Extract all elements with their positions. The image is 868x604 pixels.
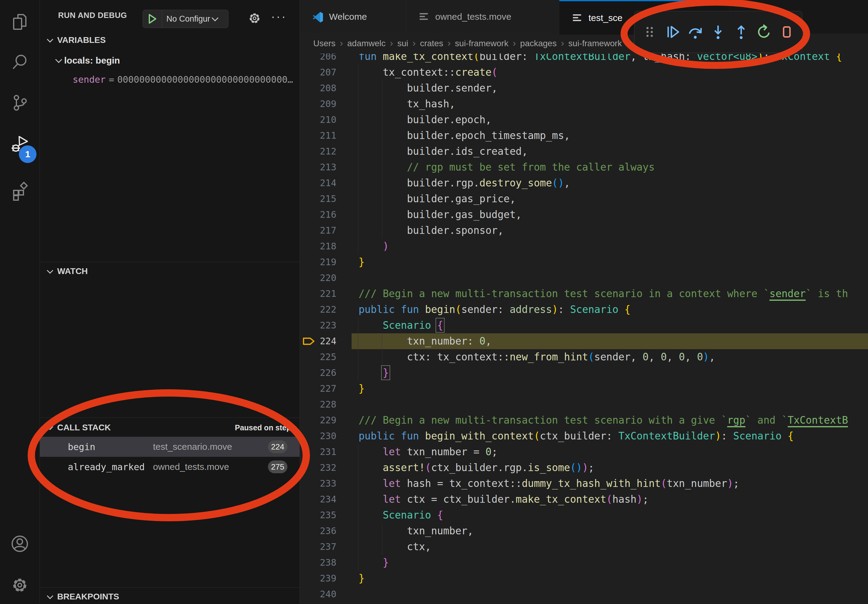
extensions-icon[interactable] — [10, 181, 29, 201]
frame-file: owned_tests.move — [153, 462, 229, 472]
code-line: 233 let hash = tx_context::dummy_tx_hash… — [300, 475, 868, 491]
code-line: 214 builder.rgp.destroy_some(), — [300, 175, 868, 191]
watch-section-header[interactable]: WATCH — [45, 266, 88, 276]
section-separator — [40, 587, 299, 588]
chevron-down-icon — [47, 36, 53, 42]
step-into-icon[interactable] — [709, 23, 727, 41]
tab-welcome[interactable]: Welcome — [300, 0, 406, 34]
code-line: 213 // rgp must be set from the caller a… — [300, 160, 868, 175]
launch-settings-gear-icon[interactable] — [247, 11, 262, 26]
more-actions-icon[interactable]: ··· — [271, 12, 289, 24]
code-text: } — [358, 365, 389, 381]
line-number: 235 — [300, 507, 336, 523]
breadcrumb-separator: › — [386, 37, 397, 50]
chevron-down-icon — [47, 423, 53, 430]
indent-guide — [358, 317, 358, 333]
breadcrumb-item[interactable]: packages — [520, 39, 556, 48]
debug-config-label: No Configur — [162, 14, 210, 24]
code-text: /// Begin a new multi-transaction test s… — [358, 412, 848, 428]
code-line: 207 tx_context::create( — [300, 65, 868, 80]
code-line: 229/// Begin a new multi-transaction tes… — [300, 412, 868, 428]
breadcrumb-item[interactable]: crates — [420, 39, 443, 48]
code-area[interactable]: 206fun make_tx_context(builder: TxContex… — [300, 0, 868, 604]
variables-scope[interactable]: locals: begin — [54, 55, 120, 66]
source-control-icon[interactable] — [10, 93, 29, 113]
code-text: Scenario { — [358, 317, 443, 333]
breakpoints-label: BREAKPOINTS — [57, 592, 119, 602]
indent-guide — [358, 144, 358, 160]
line-number: 209 — [300, 96, 336, 112]
code-line: 211 builder.epoch_timestamp_ms, — [300, 128, 868, 144]
code-text: builder.gas_price, — [358, 191, 516, 207]
code-line: 231 let txn_number = 0; — [300, 444, 868, 460]
frame-line-badge: 224 — [268, 440, 287, 453]
indent-guide — [358, 333, 358, 349]
code-text: builder.gas_budget, — [358, 207, 522, 223]
variable-row[interactable]: sender=0000000000000000000000000000000… — [73, 74, 293, 85]
call-stack-frame[interactable]: already_markedowned_tests.move275 — [40, 457, 299, 477]
code-line: 219} — [300, 254, 868, 270]
line-number: 221 — [300, 286, 336, 302]
chevron-down-icon — [212, 15, 219, 22]
indent-guide — [358, 160, 358, 175]
account-icon[interactable] — [10, 534, 29, 553]
code-line: 217 builder.sponsor, — [300, 223, 868, 239]
line-number: 214 — [300, 175, 336, 191]
code-line: 228 — [300, 396, 868, 412]
call-stack-section-header[interactable]: CALL STACK — [45, 423, 111, 432]
code-line: 237 ctx, — [300, 539, 868, 555]
explorer-icon[interactable] — [10, 12, 29, 32]
continue-icon[interactable] — [663, 23, 682, 41]
stop-icon[interactable] — [778, 23, 796, 41]
tab-owned-tests[interactable]: owned_tests.move — [406, 0, 559, 34]
variable-equals: = — [105, 74, 117, 85]
code-line: 215 builder.gas_price, — [300, 191, 868, 207]
tab-label: test_sce — [589, 13, 623, 23]
code-text: /// Begin a new multi-transaction test s… — [358, 286, 848, 302]
variables-section-header[interactable]: VARIABLES — [45, 35, 106, 45]
code-line: 221/// Begin a new multi-transaction tes… — [300, 286, 868, 302]
debug-badge: 1 — [19, 146, 37, 163]
call-stack-frame[interactable]: begintest_scenario.move224 — [40, 437, 299, 457]
code-text: } — [358, 254, 365, 270]
breadcrumb-separator: › — [408, 37, 420, 50]
line-number: 240 — [300, 586, 336, 602]
line-number: 207 — [300, 65, 336, 80]
search-icon[interactable] — [10, 52, 29, 72]
breadcrumb-separator: › — [335, 37, 347, 50]
variables-scope-label: locals: begin — [64, 55, 120, 66]
code-text: ctx: tx_context::new_from_hint(sender, 0… — [358, 349, 715, 365]
watch-label: WATCH — [57, 266, 88, 276]
line-number: 211 — [300, 128, 336, 144]
restart-icon[interactable] — [755, 23, 773, 41]
code-line: 235 Scenario { — [300, 507, 868, 523]
line-number: 212 — [300, 144, 336, 160]
line-number: 233 — [300, 475, 336, 491]
code-line: 209 tx_hash, — [300, 96, 868, 112]
breadcrumb-item[interactable]: sui — [397, 39, 408, 48]
line-number: 237 — [300, 539, 336, 555]
line-number: 220 — [300, 270, 336, 286]
indent-guide — [358, 96, 358, 112]
editor-group: 206fun make_tx_context(builder: TxContex… — [300, 0, 868, 604]
toolbar-drag-handle-icon[interactable] — [640, 23, 659, 41]
breakpoints-section-header[interactable]: BREAKPOINTS — [45, 592, 119, 602]
tab-label: owned_tests.move — [435, 12, 511, 22]
start-debug-icon[interactable] — [143, 10, 162, 28]
run-debug-sidebar: RUN AND DEBUG No Configur ··· VARIABLES … — [40, 0, 300, 604]
breadcrumb-item[interactable]: Users — [313, 39, 335, 48]
settings-gear-icon[interactable] — [10, 575, 29, 595]
code-text: ctx, — [358, 539, 431, 555]
indent-guide — [358, 239, 358, 254]
breadcrumb-item[interactable]: adamwelc — [347, 39, 386, 48]
breadcrumb-item[interactable]: sui-framework — [455, 39, 508, 48]
debug-config-dropdown[interactable]: No Configur — [143, 10, 228, 28]
line-number: 210 — [300, 112, 336, 128]
step-over-icon[interactable] — [686, 23, 704, 41]
indent-guide — [358, 128, 358, 144]
indent-guide — [358, 223, 358, 239]
vscode-logo-icon — [312, 11, 324, 23]
breadcrumb-item[interactable]: sui-framework — [569, 39, 622, 48]
indent-guide — [358, 460, 358, 475]
step-out-icon[interactable] — [732, 23, 750, 41]
